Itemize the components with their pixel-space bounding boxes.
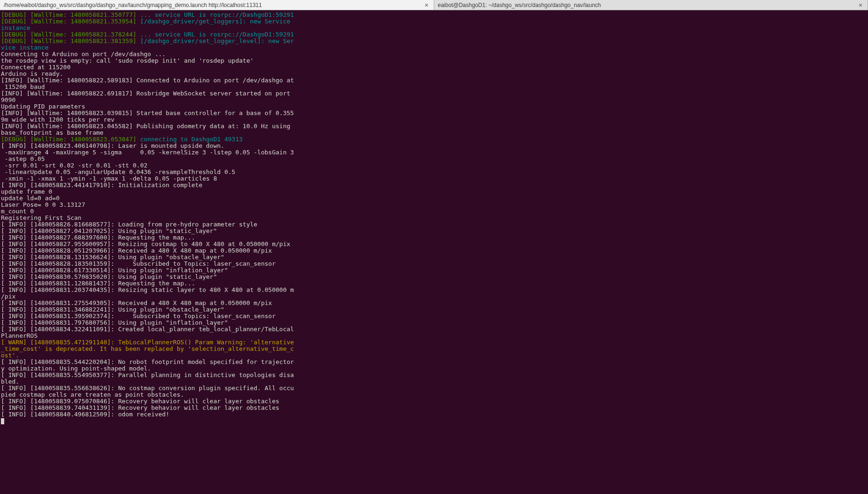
cursor [1, 418, 4, 424]
terminal-output[interactable]: [DEBUG] [WallTime: 1480058821.350777] ..… [0, 10, 868, 426]
log-line: [DEBUG] [WallTime: 1480058821.381359] [/… [1, 38, 867, 44]
log-line: -maxUrange 4 -maxUrange 5 -sigma 0.05 -k… [1, 149, 867, 156]
log-line: [ INFO] [1480058835.556638626]: No costm… [1, 385, 867, 392]
log-line: y optimization. Using point-shaped model… [1, 365, 867, 372]
log-line: -astep 0.05 [1, 156, 867, 162]
log-line: ost'. [1, 352, 867, 359]
tab-title: /home/eaibot/dashgo_ws/src/dashgo/dashgo… [4, 2, 420, 8]
log-line: -srr 0.01 -srt 0.02 -str 0.01 -stt 0.02 [1, 162, 867, 169]
close-icon[interactable]: × [857, 2, 864, 8]
log-line: m_count 0 [1, 208, 867, 215]
log-line: -xmin -1 -xmax 1 -ymin -1 -ymax 1 -delta… [1, 175, 867, 182]
terminal-tab-0[interactable]: /home/eaibot/dashgo_ws/src/dashgo/dashgo… [0, 0, 434, 10]
log-line: [ INFO] [1480058831.128681437]: Requesti… [1, 280, 867, 287]
log-line: vice instance [1, 44, 867, 51]
log-line: Connecting to Arduino on port /dev/dashg… [1, 51, 867, 58]
log-line: Connected at 115200 [1, 64, 867, 71]
prompt-line[interactable] [1, 418, 867, 424]
log-line: Arduino is ready. [1, 71, 867, 77]
log-line: update frame 0 [1, 189, 867, 195]
log-line: [ INFO] [1480058831.395902374]: Subscrib… [1, 313, 867, 320]
log-line: update ld=0 ad=0 [1, 195, 867, 202]
log-line: [ INFO] [1480058831.203740435]: Resizing… [1, 287, 867, 293]
log-line: [DEBUG] [WallTime: 1480058821.353954] [/… [1, 18, 867, 25]
tab-title: eaibot@DashgoD1: ~/dashgo_ws/src/dashgo/… [438, 2, 854, 8]
log-line: _time_cost' is deprecated. It has been r… [1, 346, 867, 352]
log-line: [ INFO] [1480058828.183501359]: Subscrib… [1, 261, 867, 267]
log-line: [DEBUG] [WallTime: 1480058821.350777] ..… [1, 12, 867, 18]
log-line: [ INFO] [1480058828.131536624]: Using pl… [1, 254, 867, 261]
log-line: [ INFO] [1480058835.544220204]: No robot… [1, 359, 867, 365]
terminal-tab-1[interactable]: eaibot@DashgoD1: ~/dashgo_ws/src/dashgo/… [434, 0, 868, 10]
log-line: [DEBUG] [WallTime: 1480058821.378244] ..… [1, 31, 867, 38]
log-line: 9m wide with 1200 ticks per rev [1, 116, 867, 123]
log-line: [ INFO] [1480058828.617330514]: Using pl… [1, 267, 867, 274]
log-line: Registering First Scan [1, 215, 867, 221]
log-line: [ INFO] [1480058835.554950377]: Parallel… [1, 372, 867, 378]
log-line: [ WARN] [1480058835.471291140]: TebLocal… [1, 339, 867, 346]
log-line: [INFO] [WallTime: 1480058823.045582] Pub… [1, 123, 867, 130]
log-line: [INFO] [WallTime: 1480058822.589183] Con… [1, 77, 867, 84]
log-line: Updating PID parameters [1, 103, 867, 110]
log-line: [ INFO] [1480058830.570835020]: Using pl… [1, 274, 867, 280]
log-line: [ INFO] [1480058831.275549305]: Received… [1, 300, 867, 306]
log-line: [ INFO] [1480058827.955600957]: Resizing… [1, 241, 867, 247]
log-line: the rosdep view is empty: call 'sudo ros… [1, 58, 867, 64]
log-line: bled. [1, 378, 867, 385]
log-line: 9090 [1, 97, 867, 103]
log-line: [ INFO] [1480058831.797680756]: Using pl… [1, 320, 867, 326]
log-line: [ INFO] [1480058839.075070846]: Recovery… [1, 398, 867, 405]
log-line: [ INFO] [1480058840.496812509]: odom rec… [1, 411, 867, 418]
log-line: [ INFO] [1480058834.322411091]: Created … [1, 326, 867, 333]
log-line: [ INFO] [1480058839.740431139]: Recovery… [1, 405, 867, 411]
close-icon[interactable]: × [423, 2, 430, 8]
log-line: [INFO] [WallTime: 1480058822.691817] Ros… [1, 90, 867, 97]
log-line: [ INFO] [1480058826.816688577]: Loading … [1, 221, 867, 228]
tabbar: /home/eaibot/dashgo_ws/src/dashgo/dashgo… [0, 0, 868, 10]
log-line: [ INFO] [1480058827.688397600]: Requesti… [1, 234, 867, 241]
log-line: pied costmap cells are treaten as point … [1, 392, 867, 398]
log-line: PlannerROS [1, 333, 867, 339]
log-line: base_footprint as base frame [1, 130, 867, 136]
log-line: /pix [1, 293, 867, 300]
log-line: [INFO] [WallTime: 1480058823.039815] Sta… [1, 110, 867, 116]
log-line: -linearUpdate 0.05 -angularUpdate 0.0436… [1, 169, 867, 175]
log-line: [ INFO] [1480058823.406140798]: Laser is… [1, 143, 867, 149]
log-line: [ INFO] [1480058823.441417910]: Initiali… [1, 182, 867, 189]
log-line: instance [1, 25, 867, 31]
log-line: [ INFO] [1480058827.041207025]: Using pl… [1, 228, 867, 234]
log-line: Laser Pose= 0 0 3.13127 [1, 202, 867, 208]
log-line: 115200 baud [1, 84, 867, 90]
log-line: [ INFO] [1480058831.346882241]: Using pl… [1, 306, 867, 313]
log-line: [DEBUG] [WallTime: 1480058823.053847] co… [1, 136, 867, 143]
log-line: [ INFO] [1480058828.051293966]: Received… [1, 247, 867, 254]
